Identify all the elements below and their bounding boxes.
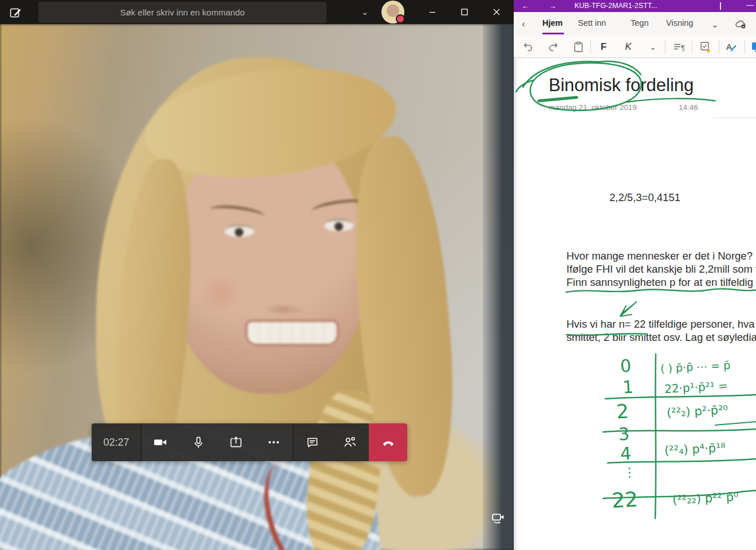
ribbon-chevron-down-icon[interactable]: ⌄: [707, 17, 722, 32]
divider: [590, 40, 591, 54]
tab-hjem[interactable]: Hjem: [542, 18, 562, 28]
svg-text:¶: ¶: [681, 44, 685, 52]
ribbon-back-icon[interactable]: ‹: [516, 17, 531, 32]
device-icon[interactable]: [748, 38, 756, 56]
titlebar-caret: [720, 2, 721, 10]
smile: [245, 320, 339, 346]
table-row-label: 22: [611, 488, 639, 512]
ribbon-tabs: ‹ Hjem Sett inn Tegn Visning ⌄: [514, 12, 756, 36]
bold-icon[interactable]: F: [594, 38, 613, 56]
share-screen-button[interactable]: [217, 423, 255, 461]
page-title: Binomisk fordeling: [549, 75, 694, 96]
tab-sett-inn[interactable]: Sett inn: [578, 18, 606, 28]
more-options-button[interactable]: [255, 423, 293, 461]
cheek-left: [195, 276, 246, 311]
screen: ⌄: [0, 0, 756, 550]
table-row-label: 1: [622, 377, 634, 398]
microphone-button[interactable]: [179, 423, 217, 461]
chevron-down-icon[interactable]: ⌄: [357, 5, 372, 19]
calculation-text: 2,2/5,3=0,4151: [609, 191, 680, 204]
format-painter-icon[interactable]: A: [722, 38, 741, 56]
paragraph-line: Hvis vi har n= 22 tilfeldige personer, h…: [566, 318, 756, 331]
participants-button[interactable]: [331, 423, 369, 461]
minimize-icon[interactable]: —: [746, 1, 754, 9]
table-row-label: 2: [616, 399, 629, 423]
todo-tag-icon[interactable]: ★: [696, 38, 715, 56]
maximize-button[interactable]: [456, 3, 473, 21]
paragraph-line: Hvor mange mennesker er det i Norge?: [566, 250, 753, 262]
call-controls-group-main: [141, 423, 293, 461]
ribbon-toolbar: F K ⌄ ¶ ★ A: [514, 36, 756, 58]
divider: [692, 40, 692, 54]
italic-icon[interactable]: K: [619, 38, 637, 56]
video-scene: [0, 24, 514, 550]
table-row-label: 0: [620, 356, 632, 376]
camera-button[interactable]: [141, 423, 179, 461]
tab-visning[interactable]: Visning: [666, 18, 693, 28]
close-button[interactable]: [488, 3, 505, 21]
teams-window: ⌄: [0, 0, 514, 550]
notebook-title: KUB-TFG-2MAR1-2STT...: [574, 2, 657, 10]
switch-camera-icon[interactable]: [488, 508, 509, 529]
title-rule: [713, 117, 756, 118]
call-controls: 02:27: [92, 423, 407, 461]
page-date: mandag 21. oktober 2019: [549, 103, 637, 112]
divider: [665, 40, 666, 54]
hang-up-button[interactable]: [369, 423, 407, 461]
redo-icon[interactable]: [544, 38, 562, 56]
undo-icon[interactable]: [519, 38, 537, 56]
paragraph-marks-icon[interactable]: ¶: [670, 38, 688, 56]
table-row-label: ⋮: [623, 465, 636, 480]
onenote-titlebar: ← → KUB-TFG-2MAR1-2STT... —: [514, 0, 756, 12]
page-time: 14:46: [679, 103, 698, 112]
minimize-button[interactable]: [424, 3, 441, 21]
paragraph-line: smittet, 2 blir smittet osv. Lag et søyl…: [566, 331, 756, 344]
formatting-chevron-down-icon[interactable]: ⌄: [644, 38, 662, 56]
sync-status-icon[interactable]: [733, 17, 749, 32]
status-badge: [396, 14, 405, 23]
divider: [745, 40, 745, 54]
paragraph-line: Finn sannsynligheten p for at en tilfeld…: [566, 276, 756, 289]
participant-video: 02:27: [0, 24, 514, 550]
nav-back-icon[interactable]: ←: [517, 0, 533, 12]
svg-text:★: ★: [706, 47, 711, 54]
nav-forward-icon[interactable]: →: [545, 0, 561, 12]
self-view-strip: [483, 24, 514, 550]
teams-titlebar: ⌄: [0, 0, 514, 24]
active-tab-underline: [542, 33, 564, 34]
new-chat-icon[interactable]: [7, 4, 24, 21]
call-controls-group-secondary: [293, 423, 369, 461]
call-timer: 02:27: [92, 423, 141, 461]
paste-icon[interactable]: [569, 38, 588, 56]
eye-left: [225, 225, 254, 237]
table-row-label: 3: [618, 424, 630, 445]
chat-button[interactable]: [293, 423, 331, 461]
table-row-label: 4: [620, 443, 632, 464]
search-input[interactable]: [38, 2, 326, 23]
nose: [262, 304, 305, 315]
tab-tegn[interactable]: Tegn: [631, 18, 648, 28]
paragraph-line: Ifølge FHI vil det kanskje bli 2,2mill s…: [566, 263, 756, 276]
divider: [719, 40, 719, 54]
eye-right: [324, 219, 354, 231]
onenote-window: ← → KUB-TFG-2MAR1-2STT... — ‹ Hjem Sett …: [514, 0, 756, 550]
